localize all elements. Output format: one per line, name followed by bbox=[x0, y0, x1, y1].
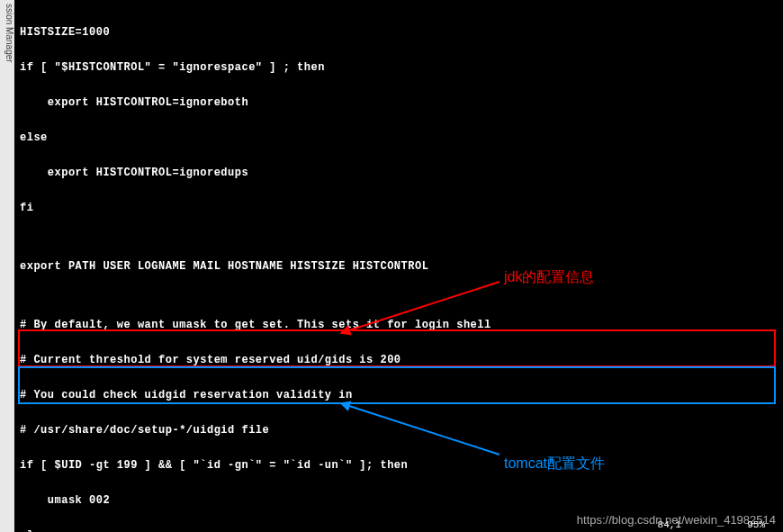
code-line: export PATH USER LOGNAME MAIL HOSTNAME H… bbox=[20, 261, 779, 273]
sidebar-label: ssion Manager bbox=[4, 4, 14, 63]
code-line: if [ $UID -gt 199 ] && [ "`id -gn`" = "`… bbox=[20, 460, 779, 472]
scroll-percent: 95% bbox=[747, 519, 765, 530]
code-line: HISTSIZE=1000 bbox=[20, 27, 779, 39]
code-line: export HISTCONTROL=ignoreboth bbox=[20, 97, 779, 109]
code-line: # Current threshold for system reserved … bbox=[20, 355, 779, 366]
code-line: export HISTCONTROL=ignoredups bbox=[20, 167, 779, 179]
jdk-annotation: jdk的配置信息 bbox=[504, 268, 594, 287]
code-line: umask 002 bbox=[20, 495, 779, 507]
session-manager-sidebar: ssion Manager bbox=[0, 0, 14, 532]
code-line: # By default, we want umask to get set. … bbox=[20, 320, 779, 331]
code-line: else bbox=[20, 132, 779, 144]
code-line: fi bbox=[20, 203, 779, 214]
vim-status-bar: 84,1 95% bbox=[658, 519, 765, 530]
code-line: # You could check uidgid reservation val… bbox=[20, 390, 779, 401]
cursor-position: 84,1 bbox=[658, 519, 681, 530]
code-line: if [ "$HISTCONTROL" = "ignorespace" ] ; … bbox=[20, 62, 779, 74]
tomcat-annotation: tomcat配置文件 bbox=[504, 455, 605, 473]
code-line: # /usr/share/doc/setup-*/uidgid file bbox=[20, 425, 779, 437]
terminal-viewport[interactable]: HISTSIZE=1000 if [ "$HISTCONTROL" = "ign… bbox=[18, 2, 781, 530]
